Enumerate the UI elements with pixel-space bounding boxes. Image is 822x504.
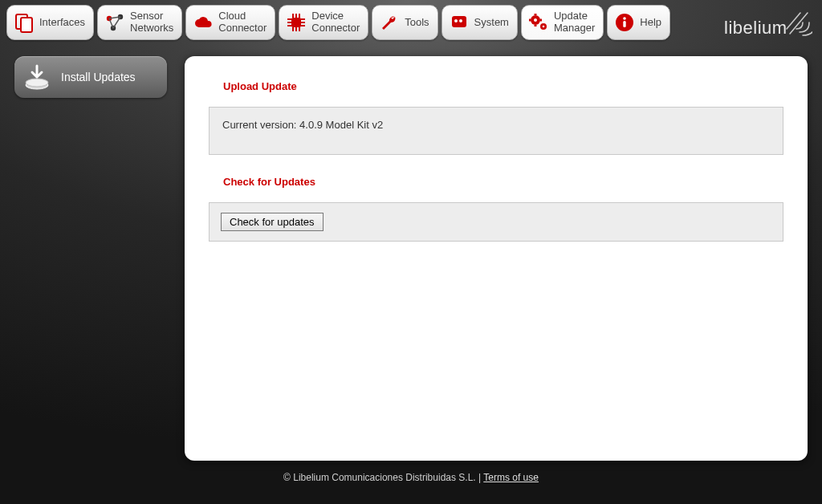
nav-help[interactable]: Help: [607, 5, 670, 40]
nav-interfaces[interactable]: Interfaces: [6, 5, 94, 40]
svg-point-28: [543, 26, 545, 28]
footer-separator: |: [476, 472, 484, 483]
sidebar: Install Updates: [14, 56, 167, 461]
svg-point-20: [459, 19, 462, 22]
nav-tools[interactable]: Tools: [372, 5, 437, 40]
check-updates-panel: Check for updates: [209, 202, 783, 242]
nav-label: Tools: [405, 17, 429, 29]
main-area: Install Updates Upload Update Current ve…: [0, 45, 822, 461]
top-nav: Interfaces Sensor Networks Cloud Connect…: [0, 0, 822, 45]
sidebar-install-updates[interactable]: Install Updates: [14, 56, 167, 98]
nav-update-manager[interactable]: Update Manager: [521, 5, 604, 40]
current-version-text: Current version: 4.0.9 Model Kit v2: [222, 119, 383, 131]
info-icon: [614, 12, 635, 33]
nav-label: Interfaces: [39, 17, 85, 29]
nav-label: Cloud Connector: [218, 10, 267, 35]
nav-cloud-connector[interactable]: Cloud Connector: [185, 5, 275, 40]
brand-text: libelium: [724, 18, 787, 38]
check-for-updates-button[interactable]: Check for updates: [221, 213, 324, 231]
nav-sensor-networks[interactable]: Sensor Networks: [97, 5, 182, 40]
svg-point-35: [26, 79, 48, 87]
footer: © Libelium Comunicaciones Distribuidas S…: [0, 461, 822, 483]
svg-rect-1: [21, 18, 32, 32]
svg-point-22: [534, 18, 537, 22]
content-panel: Upload Update Current version: 4.0.9 Mod…: [185, 56, 808, 461]
svg-point-19: [454, 19, 458, 22]
nav-system[interactable]: System: [442, 5, 518, 40]
gears-icon: [528, 12, 549, 33]
current-version-panel: Current version: 4.0.9 Model Kit v2: [209, 107, 783, 155]
footer-copyright: © Libelium Comunicaciones Distribuidas S…: [283, 472, 476, 483]
brand-logo: libelium: [724, 5, 816, 40]
nav-label: System: [474, 17, 509, 29]
svg-rect-18: [452, 16, 466, 27]
svg-point-30: [623, 17, 626, 20]
footer-terms-link[interactable]: Terms of use: [483, 472, 539, 483]
nav-label: Help: [640, 17, 661, 29]
nav-label: Device Connector: [311, 10, 360, 35]
section-title-upload: Upload Update: [223, 80, 783, 92]
chip-icon: [286, 12, 307, 33]
svg-line-32: [787, 13, 800, 29]
install-updates-icon: [21, 61, 53, 93]
interfaces-icon: [14, 12, 35, 33]
nav-device-connector[interactable]: Device Connector: [279, 5, 368, 40]
sensor-networks-icon: [104, 12, 125, 33]
sidebar-item-label: Install Updates: [61, 71, 136, 83]
svg-rect-31: [624, 21, 626, 27]
svg-rect-5: [291, 18, 301, 27]
cloud-icon: [193, 12, 214, 33]
nav-label: Sensor Networks: [130, 10, 173, 35]
section-title-check: Check for Updates: [223, 176, 783, 188]
nav-label: Update Manager: [554, 10, 595, 35]
wrench-icon: [379, 12, 400, 33]
system-icon: [449, 12, 470, 33]
